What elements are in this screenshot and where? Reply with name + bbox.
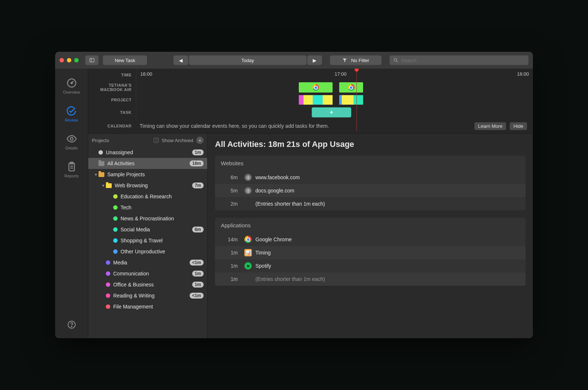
show-archived-label: Show Archived [162,138,193,143]
folder-icon [106,183,112,188]
show-archived-checkbox[interactable] [154,138,159,143]
chrome-icon [244,236,252,243]
activity-name: (Entries shorter than 1m each) [255,276,325,282]
filter-button[interactable]: No Filter [330,55,381,65]
next-day-button[interactable]: ▶ [307,55,322,65]
add-project-button[interactable]: + [196,137,204,144]
folder-icon [98,161,104,166]
sidebar-icon [89,58,94,63]
minimize-button[interactable] [67,58,71,62]
timeline-project-block[interactable] [342,95,354,105]
duration-badge: <1m [190,260,204,266]
timeline-project-block[interactable] [313,95,323,105]
project-row[interactable]: File Management [88,301,207,312]
close-button[interactable] [60,58,64,62]
timeline-project-block[interactable] [354,95,363,105]
timeline-playhead[interactable] [356,69,357,131]
timeline-project-block[interactable] [339,95,341,105]
add-task-block[interactable]: + [312,107,351,118]
project-label: News & Procrastination [121,216,204,221]
learn-more-button[interactable]: Learn More [474,122,506,130]
project-row[interactable]: ▼Web Browsing7m [88,180,207,191]
timeline-project-block[interactable] [299,95,304,105]
activity-duration: 1m [215,263,244,269]
activity-duration: 1m [215,250,244,256]
rail-overview[interactable]: Overview [63,77,80,94]
activity-row[interactable]: 1mSpotify [215,259,526,272]
activity-name: www.facebook.com [255,174,300,180]
project-label: Other Unproductive [121,249,204,254]
activity-row[interactable]: 14mGoogle Chrome [215,233,526,246]
project-row[interactable]: News & Procrastination [88,213,207,224]
color-dot-icon [106,260,110,265]
tl-row-device: TETIANA'S MACBOOK AIR [88,83,136,92]
timeline-task-track[interactable]: + [136,106,533,119]
project-row[interactable]: Shopping & Travel [88,235,207,246]
project-label: Social Media [121,227,192,232]
project-row[interactable]: Other Unproductive [88,246,207,257]
svg-point-5 [71,82,72,84]
timeline-app-block[interactable] [299,82,333,93]
activity-row[interactable]: 5mdocs.google.com [215,184,526,197]
svg-rect-0 [90,58,94,62]
timeline-ruler[interactable]: 16:00 17:00 18:00 [136,69,533,81]
timeline-project-block[interactable] [323,95,333,105]
date-label-button[interactable]: Today [189,55,306,65]
project-row[interactable]: Media<1m [88,257,207,268]
duration-badge: <1m [190,293,204,299]
project-row[interactable]: Unassigned1m [88,147,207,158]
duration-badge: 7m [192,183,204,188]
globe-icon [244,174,252,181]
activity-name: Google Chrome [255,236,292,242]
color-dot-icon [113,227,118,232]
search-input[interactable] [401,58,525,63]
clipboard-icon [66,161,77,172]
timeline-project-track[interactable] [136,94,533,106]
help-button[interactable] [67,320,76,331]
spacer [244,200,252,207]
rail-review[interactable]: Review [65,105,78,122]
activity-name: docs.google.com [255,188,294,194]
prev-day-button[interactable]: ◀ [173,55,188,65]
color-dot-icon [113,249,118,254]
timeline-app-block[interactable] [339,82,363,93]
left-rail: Overview Review Details Reports [55,69,88,338]
color-dot-icon [113,205,118,210]
project-label: Communication [113,271,192,277]
project-row[interactable]: Reading & Writing<1m [88,290,207,301]
project-row[interactable]: All Activities18m [88,158,207,169]
search-field[interactable] [390,55,528,65]
rail-reports[interactable]: Reports [64,161,79,178]
funnel-icon [342,58,347,63]
tl-tick: 16:00 [140,71,153,77]
project-row[interactable]: Office & Business1m [88,279,207,290]
project-row[interactable]: Communication1m [88,268,207,279]
timeline-project-block[interactable] [304,95,313,105]
activity-row[interactable]: 6mwww.facebook.com [215,171,526,184]
new-task-button[interactable]: New Task [103,55,147,65]
chevron-down-icon: ▼ [93,173,98,177]
project-label: Unassigned [106,149,192,155]
project-row[interactable]: Tech [88,202,207,213]
color-dot-icon [113,216,118,221]
duration-badge: 1m [192,271,204,277]
card-title: Websites [215,156,526,171]
activity-row[interactable]: 2m(Entries shorter than 1m each) [215,197,526,210]
project-label: Reading & Writing [113,293,190,299]
filter-label: No Filter [351,58,369,63]
project-label: All Activities [107,160,190,166]
maximize-button[interactable] [74,58,79,62]
activity-row[interactable]: 1m(Entries shorter than 1m each) [215,272,526,286]
activity-duration: 14m [215,236,244,242]
activity-row[interactable]: 1m📊Timing [215,246,526,259]
project-row[interactable]: Social Media6m [88,224,207,235]
color-dot-icon [106,282,110,287]
toggle-sidebar-button[interactable] [85,55,98,65]
project-row[interactable]: ▼Sample Projects [88,169,207,180]
timeline-device-track[interactable] [136,81,533,94]
timeline: TIME 16:00 17:00 18:00 TETIANA'S MACBOOK… [88,69,533,134]
project-label: Education & Research [121,194,204,199]
hide-calendar-button[interactable]: Hide [510,122,527,130]
rail-details[interactable]: Details [65,133,78,150]
project-row[interactable]: Education & Research [88,191,207,202]
